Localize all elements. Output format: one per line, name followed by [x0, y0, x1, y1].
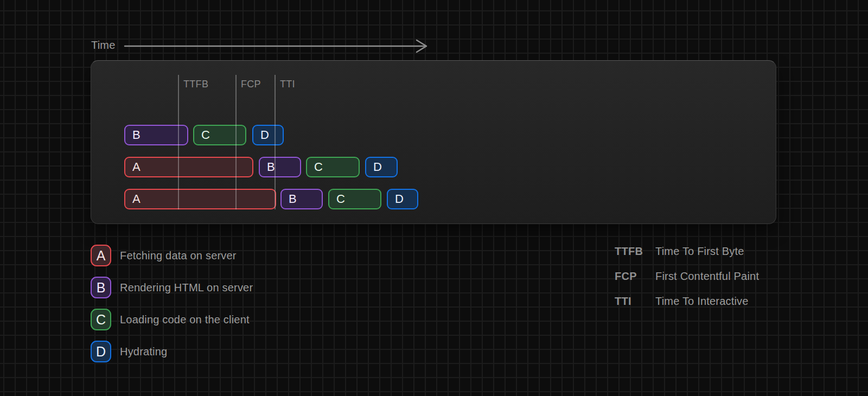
metric-row-ttfb: TTFBTime To First Byte	[615, 245, 759, 257]
legend-label: Rendering HTML on server	[120, 282, 253, 294]
legend-item-a: AFetching data on server	[91, 245, 253, 266]
task-bar-c: C	[193, 125, 246, 145]
legend-chip-d: D	[91, 341, 111, 362]
rendering-timeline-diagram: Time TTFBFCPTTIBCDABCDABCD AFetching dat…	[0, 0, 868, 396]
timeline-row-3: ABCD	[91, 189, 776, 209]
legend-chip-c: C	[91, 309, 111, 330]
marker-label-ttfb: TTFB	[183, 79, 208, 90]
timeline-row-2: ABCD	[91, 157, 776, 177]
activity-legend: AFetching data on serverBRendering HTML …	[91, 245, 253, 362]
marker-line-tti	[275, 75, 276, 209]
legend-label: Hydrating	[120, 346, 167, 358]
legend-label: Loading code on the client	[120, 314, 250, 326]
legend-item-d: DHydrating	[91, 341, 253, 362]
legend-chip-b: B	[91, 277, 111, 298]
metric-abbr: FCP	[615, 270, 655, 283]
task-bar-d: D	[252, 125, 284, 145]
task-bar-a: A	[124, 157, 253, 177]
time-arrow-icon	[124, 39, 431, 54]
metric-name: Time To First Byte	[655, 245, 744, 258]
metric-name: First Contentful Paint	[655, 270, 759, 283]
timeline-panel: TTFBFCPTTIBCDABCDABCD	[91, 60, 776, 224]
legend-item-c: CLoading code on the client	[91, 309, 253, 330]
task-bar-d: D	[365, 157, 398, 177]
task-bar-b: B	[280, 189, 323, 209]
metric-abbr: TTI	[615, 295, 655, 308]
metric-name: Time To Interactive	[655, 295, 749, 308]
marker-label-tti: TTI	[280, 79, 295, 90]
task-bar-b: B	[259, 157, 301, 177]
task-bar-d: D	[387, 189, 418, 209]
task-bar-c: C	[328, 189, 381, 209]
legend-label: Fetching data on server	[120, 250, 237, 262]
timeline-row-1: BCD	[91, 125, 776, 145]
task-bar-c: C	[306, 157, 360, 177]
marker-line-ttfb	[178, 75, 179, 209]
marker-line-fcp	[235, 75, 237, 209]
time-axis-label: Time	[91, 39, 116, 52]
metric-abbr: TTFB	[615, 245, 655, 258]
marker-label-fcp: FCP	[241, 79, 261, 90]
task-bar-a: A	[124, 189, 276, 209]
metric-row-fcp: FCPFirst Contentful Paint	[615, 270, 759, 282]
metric-row-tti: TTITime To Interactive	[615, 295, 759, 307]
legend-item-b: BRendering HTML on server	[91, 277, 253, 298]
metric-definitions-legend: TTFBTime To First ByteFCPFirst Contentfu…	[615, 245, 759, 307]
legend-chip-a: A	[91, 245, 111, 266]
